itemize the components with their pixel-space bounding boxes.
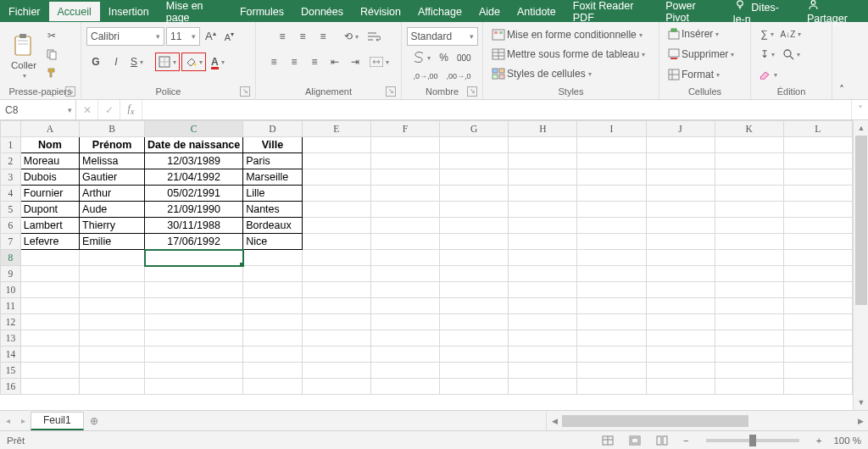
cell[interactable] (370, 218, 439, 234)
cell[interactable] (370, 298, 439, 314)
cell[interactable] (646, 153, 715, 169)
row-header[interactable]: 14 (1, 346, 21, 363)
cell[interactable] (80, 379, 145, 395)
cell[interactable] (302, 298, 370, 314)
font-size-select[interactable]: 11▾ (166, 27, 200, 46)
cell[interactable]: Ville (243, 137, 303, 153)
align-top-button[interactable]: ≡ (273, 27, 292, 46)
cell[interactable] (370, 282, 439, 298)
column-header[interactable]: D (243, 121, 303, 137)
cell[interactable] (783, 282, 852, 298)
cell[interactable] (646, 137, 715, 153)
row-header[interactable]: 11 (1, 298, 21, 314)
cell[interactable] (302, 153, 370, 169)
clear-button[interactable]: ▾ (756, 65, 778, 84)
cell[interactable] (715, 202, 783, 218)
cell[interactable] (20, 282, 79, 298)
cell[interactable] (243, 266, 303, 282)
cell[interactable] (370, 250, 439, 266)
align-bottom-button[interactable]: ≡ (314, 27, 332, 46)
cell[interactable] (243, 346, 303, 363)
cell[interactable] (440, 298, 509, 314)
dialog-launcher-icon[interactable]: ↘ (65, 86, 75, 97)
cell[interactable] (302, 363, 370, 379)
cell[interactable] (509, 298, 577, 314)
column-header[interactable]: G (440, 121, 509, 137)
row-header[interactable]: 15 (1, 363, 21, 379)
cell[interactable] (243, 282, 303, 298)
cell[interactable]: 05/02/1991 (145, 186, 243, 202)
percent-button[interactable]: % (436, 49, 452, 66)
tab-nav-first[interactable]: ◂ (0, 411, 15, 430)
dialog-launcher-icon[interactable]: ↘ (240, 86, 250, 97)
cell[interactable] (243, 298, 303, 314)
cell[interactable] (302, 330, 370, 346)
enter-formula-button[interactable]: ✓ (98, 100, 120, 119)
cell[interactable]: Date de naissance (145, 137, 243, 153)
menu-revision[interactable]: Révision (352, 2, 409, 21)
cell[interactable] (509, 282, 577, 298)
align-center-button[interactable]: ≡ (285, 53, 303, 71)
hscroll-thumb[interactable] (562, 415, 748, 427)
cell[interactable] (509, 330, 577, 346)
cell[interactable] (783, 266, 852, 282)
dialog-launcher-icon[interactable]: ↘ (467, 86, 477, 97)
fill-color-button[interactable]: ▾ (181, 53, 206, 71)
row-header[interactable]: 8 (1, 250, 21, 266)
cell[interactable] (302, 379, 370, 395)
row-header[interactable]: 16 (1, 379, 21, 395)
increase-indent-button[interactable]: ⇥ (346, 53, 364, 71)
cell[interactable] (577, 169, 646, 186)
column-header[interactable]: K (715, 121, 783, 137)
menu-donnees[interactable]: Données (292, 2, 352, 21)
horizontal-scrollbar[interactable]: ◀ ▶ (546, 411, 868, 430)
row-header[interactable]: 6 (1, 218, 21, 234)
cell[interactable] (302, 234, 370, 250)
cell[interactable] (715, 250, 783, 266)
scroll-thumb[interactable] (855, 136, 867, 305)
cell[interactable]: 30/11/1988 (145, 218, 243, 234)
cell[interactable]: Aude (80, 202, 145, 218)
tab-nav-prev[interactable]: ▸ (15, 411, 31, 430)
cell[interactable] (715, 298, 783, 314)
zoom-out-button[interactable]: − (680, 435, 693, 446)
cell[interactable] (440, 282, 509, 298)
cell[interactable] (80, 282, 145, 298)
cancel-formula-button[interactable]: ✕ (76, 100, 98, 119)
cell[interactable] (243, 379, 303, 395)
italic-button[interactable]: I (107, 53, 125, 71)
cell[interactable] (509, 169, 577, 186)
cell[interactable] (715, 379, 783, 395)
cell[interactable]: Emilie (80, 234, 145, 250)
conditional-formatting-button[interactable]: Mise en forme conditionnelle▾ (488, 25, 649, 44)
align-right-button[interactable]: ≡ (305, 53, 324, 71)
row-header[interactable]: 7 (1, 234, 21, 250)
cell[interactable] (243, 314, 303, 330)
zoom-in-button[interactable]: + (813, 435, 826, 446)
cell[interactable] (302, 346, 370, 363)
cell[interactable] (145, 314, 243, 330)
cell[interactable]: 12/03/1989 (145, 153, 243, 169)
cell[interactable] (715, 234, 783, 250)
column-header[interactable]: I (577, 121, 646, 137)
cell[interactable] (80, 298, 145, 314)
cell[interactable] (577, 282, 646, 298)
menu-aide[interactable]: Aide (470, 2, 509, 21)
font-color-button[interactable]: A▾ (208, 53, 228, 71)
cell[interactable]: Bordeaux (243, 218, 303, 234)
sheet-tab-feuil1[interactable]: Feuil1 (31, 412, 84, 430)
cell[interactable] (20, 314, 79, 330)
cell[interactable] (440, 153, 509, 169)
cell[interactable]: Marseille (243, 169, 303, 186)
cell[interactable]: Gautier (80, 169, 145, 186)
normal-view-button[interactable] (598, 433, 617, 448)
sort-filter-button[interactable]: A↓Z▾ (780, 25, 802, 43)
decrease-decimal-button[interactable]: ,00→,0 (443, 68, 475, 85)
cell[interactable] (577, 330, 646, 346)
column-header[interactable]: C (145, 121, 243, 137)
cell[interactable] (715, 137, 783, 153)
cell[interactable]: 21/09/1990 (145, 202, 243, 218)
row-header[interactable]: 13 (1, 330, 21, 346)
cell[interactable] (20, 298, 79, 314)
cell[interactable] (145, 298, 243, 314)
